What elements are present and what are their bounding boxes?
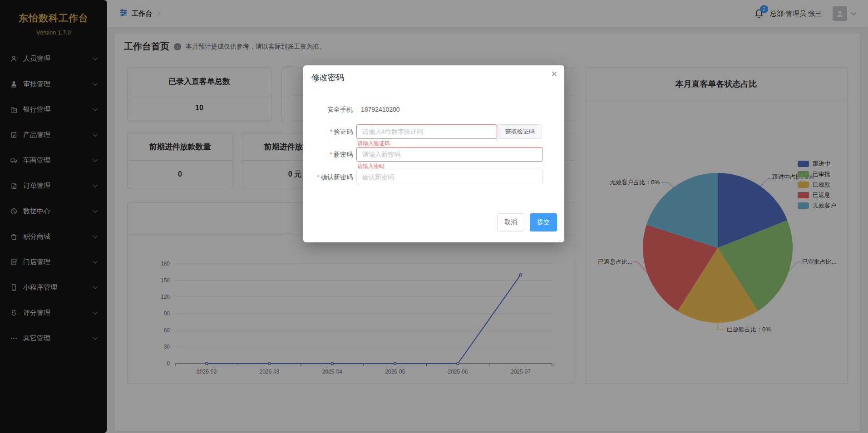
change-password-dialog: 修改密码 × 安全手机 18792410200 *验证码 获取验证码 请输入验证… — [303, 65, 564, 242]
phone-value: 18792410200 — [361, 102, 400, 117]
close-icon[interactable]: × — [551, 69, 557, 79]
code-label: *验证码 — [303, 124, 353, 139]
code-error: 请输入验证码 — [357, 140, 390, 148]
get-code-button[interactable]: 获取验证码 — [498, 124, 542, 139]
code-input[interactable] — [356, 124, 497, 139]
submit-button[interactable]: 提交 — [530, 213, 557, 231]
cancel-button[interactable]: 取消 — [497, 213, 524, 231]
new-password-label: *新密码 — [303, 147, 353, 162]
workbench-app: 东怡数科工作台 Version 1.7.0 人员管理 审批管理 银行管理 产品管… — [0, 0, 868, 433]
confirm-password-label: *确认新密码 — [303, 170, 353, 184]
confirm-password-input[interactable] — [356, 170, 543, 184]
phone-label: 安全手机 — [303, 102, 353, 117]
new-password-input[interactable] — [356, 147, 543, 162]
new-password-error: 请输入密码 — [357, 162, 385, 170]
dialog-title: 修改密码 — [311, 72, 344, 83]
